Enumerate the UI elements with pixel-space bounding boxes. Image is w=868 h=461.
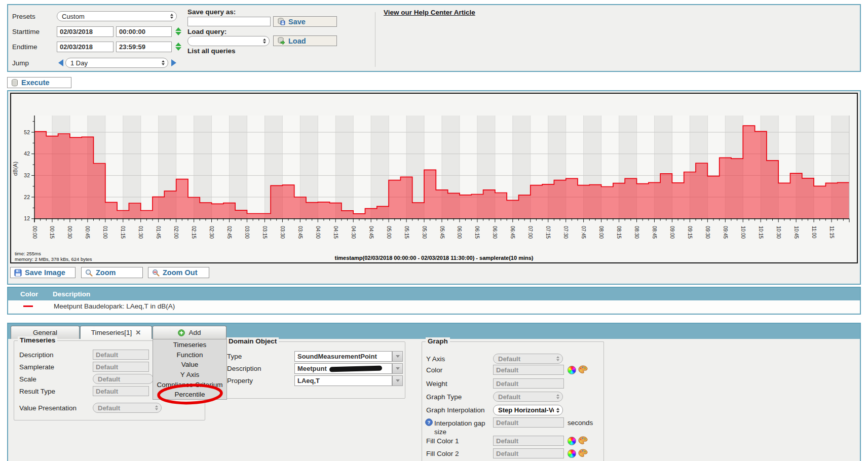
domain-description-dropdown-button[interactable] [392, 363, 403, 374]
svg-text:10:45: 10:45 [794, 226, 799, 239]
color-wheel-icon[interactable] [568, 449, 576, 458]
y-axis-value: Default [498, 355, 520, 363]
save-image-button[interactable]: Save Image [10, 267, 76, 278]
timeseries-chart[interactable]: 5242322212dB(A)00:0000:1500:3000:4501:00… [11, 94, 857, 262]
add-menu-item-function[interactable]: Function [153, 350, 227, 360]
graph-fieldset: Graph Y Axis Default Color Default Weigh… [422, 341, 604, 461]
svg-text:05:30: 05:30 [422, 226, 427, 239]
weight-input[interactable]: Default [493, 378, 564, 389]
color-label: Color [426, 366, 442, 374]
type-label: Type [227, 353, 242, 360]
svg-text:22: 22 [24, 194, 30, 200]
scale-select[interactable]: Default [93, 374, 154, 384]
result-type-input[interactable]: Default [93, 386, 149, 396]
graph-interpolation-select[interactable]: Step Horizontal-Ve [493, 405, 563, 415]
add-menu-item-value[interactable]: Value [153, 360, 227, 370]
svg-text:07:45: 07:45 [581, 226, 586, 239]
svg-text:10:15: 10:15 [758, 226, 764, 239]
svg-text:01:15: 01:15 [120, 226, 126, 239]
svg-text:04:15: 04:15 [333, 226, 338, 239]
svg-text:00:15: 00:15 [49, 226, 55, 239]
jump-select[interactable]: 1 Day [65, 58, 168, 68]
save-query-label: Save query as: [187, 8, 236, 16]
palette-icon[interactable] [578, 449, 588, 457]
load-query-button-label: Load [288, 37, 306, 45]
load-query-select[interactable] [187, 36, 270, 46]
presets-select[interactable]: Custom [57, 11, 177, 21]
legend-color-header: Color [20, 290, 38, 298]
svg-text:06:15: 06:15 [474, 226, 480, 239]
zoom-out-button[interactable]: Zoom Out [148, 267, 209, 278]
fill-color-2-input[interactable]: Default [493, 448, 564, 458]
load-query-label: Load query: [187, 28, 227, 35]
interpolation-gap-size-input[interactable]: Default [493, 417, 564, 428]
add-menu-item-timeseries[interactable]: Timeseries [153, 340, 227, 350]
jump-label: Jump [12, 59, 29, 67]
start-time-spinner-icon[interactable] [175, 27, 181, 35]
svg-text:07:30: 07:30 [563, 226, 569, 239]
application-window: Presets Custom Starttime 02/03/2018 00:0… [0, 0, 868, 461]
select-stepper-icon [263, 39, 266, 44]
svg-text:08:15: 08:15 [616, 226, 622, 239]
start-date-input[interactable]: 02/03/2018 [57, 26, 114, 37]
start-time-input[interactable]: 00:00:00 [116, 26, 172, 37]
fill-color-1-label: Fill Color 1 [426, 437, 459, 445]
type-combo-input[interactable]: SoundMeasurementPoint [294, 351, 392, 362]
floppy-disk-icon [14, 269, 22, 277]
execute-button-label: Execute [21, 79, 50, 87]
load-query-button[interactable]: Load [273, 35, 337, 46]
legend-row: Meetpunt Baudelopark: LAeq,T in dB(A) [8, 300, 860, 313]
end-time-input[interactable]: 23:59:59 [116, 42, 172, 52]
jump-back-arrow-icon[interactable] [58, 59, 63, 66]
palette-icon[interactable] [578, 365, 588, 374]
palette-icon[interactable] [578, 436, 588, 445]
y-axis-select[interactable]: Default [493, 354, 563, 364]
zoom-button[interactable]: Zoom [81, 267, 143, 278]
color-input[interactable]: Default [493, 365, 564, 375]
graph-interpolation-value: Step Horizontal-Ve [498, 406, 554, 414]
graph-fieldset-legend: Graph [426, 337, 450, 345]
color-wheel-icon[interactable] [568, 366, 576, 374]
tab-add[interactable]: Add [153, 326, 227, 339]
svg-text:42: 42 [24, 150, 30, 157]
fill-color-1-input[interactable]: Default [493, 436, 564, 446]
tab-timeseries[interactable]: Timeseries[1] ✕ [80, 326, 152, 339]
samplerate-input[interactable]: Default [93, 362, 149, 372]
domain-object-fieldset-legend: Domain Object [227, 337, 279, 345]
svg-text:07:15: 07:15 [545, 226, 551, 239]
save-query-button-label: Save [288, 18, 306, 26]
end-time-spinner-icon[interactable] [175, 43, 181, 51]
property-combo-input[interactable]: LAeq,T [294, 375, 392, 386]
svg-text:09:15: 09:15 [687, 226, 693, 239]
domain-description-combo-input[interactable]: Meetpunt [294, 363, 392, 374]
save-icon [277, 18, 285, 25]
list-all-queries-link[interactable]: List all queries [187, 47, 236, 55]
description-input[interactable]: Default [93, 350, 149, 360]
svg-text:02:15: 02:15 [191, 226, 197, 239]
execute-button[interactable]: Execute [7, 77, 71, 88]
query-panel-divider [375, 12, 375, 67]
color-wheel-icon[interactable] [568, 437, 576, 445]
graph-type-select[interactable]: Default [493, 392, 563, 402]
help-center-link[interactable]: View our Help Center Article [384, 9, 475, 16]
svg-text:06:45: 06:45 [510, 226, 515, 239]
type-combo-dropdown-button[interactable] [392, 351, 403, 362]
end-date-input[interactable]: 02/03/2018 [57, 42, 114, 52]
add-menu-item-y-axis[interactable]: Y Axis [153, 370, 227, 380]
svg-text:04:30: 04:30 [351, 226, 356, 239]
seconds-suffix-label: seconds [568, 419, 593, 427]
chart-plot-container[interactable]: 5242322212dB(A)00:0000:1500:3000:4501:00… [10, 93, 858, 263]
close-tab-icon[interactable]: ✕ [135, 330, 141, 335]
save-query-button[interactable]: Save [273, 16, 337, 27]
load-icon [277, 37, 285, 45]
jump-value: 1 Day [70, 59, 88, 67]
jump-forward-arrow-icon[interactable] [171, 59, 176, 66]
svg-text:06:00: 06:00 [457, 226, 462, 239]
starttime-label: Starttime [12, 28, 40, 35]
svg-text:09:45: 09:45 [723, 226, 728, 239]
property-combo-dropdown-button[interactable] [392, 375, 403, 386]
save-query-input[interactable] [187, 17, 271, 26]
tab-general-label: General [33, 329, 57, 336]
help-icon[interactable]: ? [425, 418, 433, 426]
graph-interpolation-label: Graph Interpolation [426, 406, 485, 414]
